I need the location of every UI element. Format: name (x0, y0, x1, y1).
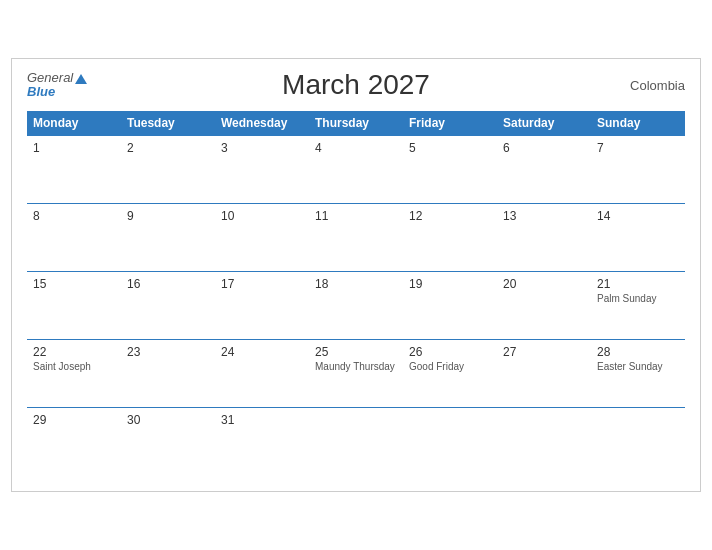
calendar-cell: 11 (309, 204, 403, 272)
event-label: Saint Joseph (33, 361, 115, 372)
weekday-header-row: Monday Tuesday Wednesday Thursday Friday… (27, 111, 685, 136)
day-number: 30 (127, 413, 209, 427)
calendar-cell: 4 (309, 136, 403, 204)
calendar-week-row: 15161718192021Palm Sunday (27, 272, 685, 340)
day-number: 16 (127, 277, 209, 291)
calendar-cell: 15 (27, 272, 121, 340)
event-label: Palm Sunday (597, 293, 679, 304)
calendar-table: Monday Tuesday Wednesday Thursday Friday… (27, 111, 685, 476)
calendar-cell: 27 (497, 340, 591, 408)
header-saturday: Saturday (497, 111, 591, 136)
header-sunday: Sunday (591, 111, 685, 136)
calendar-cell: 10 (215, 204, 309, 272)
header-tuesday: Tuesday (121, 111, 215, 136)
calendar-cell: 17 (215, 272, 309, 340)
calendar-cell: 21Palm Sunday (591, 272, 685, 340)
day-number: 25 (315, 345, 397, 359)
calendar-cell: 5 (403, 136, 497, 204)
calendar-cell: 23 (121, 340, 215, 408)
calendar-cell (309, 408, 403, 476)
calendar-header: General Blue March 2027 Colombia (27, 69, 685, 101)
calendar-cell: 2 (121, 136, 215, 204)
day-number: 15 (33, 277, 115, 291)
day-number: 24 (221, 345, 303, 359)
calendar-cell: 30 (121, 408, 215, 476)
day-number: 21 (597, 277, 679, 291)
day-number: 29 (33, 413, 115, 427)
day-number: 19 (409, 277, 491, 291)
calendar-cell: 22Saint Joseph (27, 340, 121, 408)
calendar-cell: 6 (497, 136, 591, 204)
calendar-cell: 14 (591, 204, 685, 272)
event-label: Maundy Thursday (315, 361, 397, 372)
calendar-cell (497, 408, 591, 476)
day-number: 18 (315, 277, 397, 291)
logo: General Blue (27, 71, 87, 100)
calendar-cell: 12 (403, 204, 497, 272)
calendar-cell: 29 (27, 408, 121, 476)
calendar-title: March 2027 (282, 69, 430, 101)
header-thursday: Thursday (309, 111, 403, 136)
day-number: 9 (127, 209, 209, 223)
day-number: 20 (503, 277, 585, 291)
day-number: 26 (409, 345, 491, 359)
calendar-week-row: 891011121314 (27, 204, 685, 272)
calendar-cell: 7 (591, 136, 685, 204)
event-label: Easter Sunday (597, 361, 679, 372)
day-number: 27 (503, 345, 585, 359)
day-number: 31 (221, 413, 303, 427)
calendar-cell: 9 (121, 204, 215, 272)
day-number: 14 (597, 209, 679, 223)
calendar-cell: 26Good Friday (403, 340, 497, 408)
calendar-week-row: 1234567 (27, 136, 685, 204)
calendar-cell: 28Easter Sunday (591, 340, 685, 408)
day-number: 4 (315, 141, 397, 155)
calendar-container: General Blue March 2027 Colombia Monday … (11, 58, 701, 492)
day-number: 10 (221, 209, 303, 223)
day-number: 23 (127, 345, 209, 359)
calendar-cell: 25Maundy Thursday (309, 340, 403, 408)
day-number: 8 (33, 209, 115, 223)
calendar-cell: 13 (497, 204, 591, 272)
calendar-cell: 20 (497, 272, 591, 340)
country-label: Colombia (630, 78, 685, 93)
event-label: Good Friday (409, 361, 491, 372)
header-wednesday: Wednesday (215, 111, 309, 136)
day-number: 22 (33, 345, 115, 359)
day-number: 2 (127, 141, 209, 155)
logo-triangle-icon (75, 74, 87, 84)
day-number: 11 (315, 209, 397, 223)
calendar-cell: 24 (215, 340, 309, 408)
calendar-cell: 1 (27, 136, 121, 204)
day-number: 17 (221, 277, 303, 291)
calendar-thead: Monday Tuesday Wednesday Thursday Friday… (27, 111, 685, 136)
day-number: 13 (503, 209, 585, 223)
logo-general-text: General (27, 71, 87, 85)
logo-blue-text: Blue (27, 85, 55, 99)
day-number: 6 (503, 141, 585, 155)
calendar-cell: 3 (215, 136, 309, 204)
day-number: 5 (409, 141, 491, 155)
calendar-cell: 8 (27, 204, 121, 272)
calendar-cell (591, 408, 685, 476)
day-number: 12 (409, 209, 491, 223)
calendar-cell: 18 (309, 272, 403, 340)
calendar-week-row: 293031 (27, 408, 685, 476)
calendar-body: 123456789101112131415161718192021Palm Su… (27, 136, 685, 476)
day-number: 28 (597, 345, 679, 359)
header-monday: Monday (27, 111, 121, 136)
calendar-cell: 19 (403, 272, 497, 340)
day-number: 7 (597, 141, 679, 155)
day-number: 1 (33, 141, 115, 155)
header-friday: Friday (403, 111, 497, 136)
calendar-cell (403, 408, 497, 476)
calendar-week-row: 22Saint Joseph232425Maundy Thursday26Goo… (27, 340, 685, 408)
calendar-cell: 31 (215, 408, 309, 476)
day-number: 3 (221, 141, 303, 155)
calendar-cell: 16 (121, 272, 215, 340)
